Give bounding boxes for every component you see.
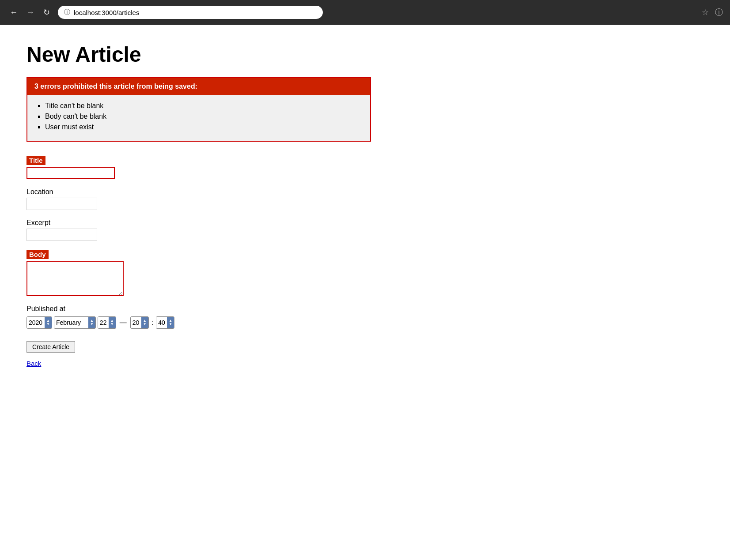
back-button[interactable]: ← <box>7 6 20 19</box>
colon-separator: : <box>151 319 154 327</box>
excerpt-input[interactable] <box>26 229 97 241</box>
year-select[interactable]: 2020 2021 2019 <box>27 317 45 328</box>
error-box: 3 errors prohibited this article from be… <box>26 77 371 142</box>
hour-down-arrow[interactable]: ▼ <box>143 323 147 326</box>
page-title: New Article <box>26 42 371 67</box>
hour-spinner[interactable]: 20 ▲ ▼ <box>130 316 149 329</box>
nav-buttons: ← → ↻ <box>7 6 53 19</box>
minute-spinner[interactable]: 40 ▲ ▼ <box>156 316 174 329</box>
published-at-label: Published at <box>26 305 371 313</box>
info-icon: ⓘ <box>64 8 70 16</box>
star-icon[interactable]: ☆ <box>702 8 709 17</box>
title-label: Title <box>26 156 45 165</box>
submit-group: Create Article <box>26 338 371 360</box>
month-spinner[interactable]: January February March April May June Ju… <box>54 316 96 329</box>
error-item-1: Title can't be blank <box>45 102 363 110</box>
year-down-arrow[interactable]: ▼ <box>46 323 50 326</box>
error-item-3: User must exist <box>45 123 363 131</box>
error-item-2: Body can't be blank <box>45 113 363 120</box>
url-input[interactable] <box>74 9 317 16</box>
menu-icon[interactable]: ⓘ <box>715 7 723 18</box>
year-arrows[interactable]: ▲ ▼ <box>45 317 52 328</box>
day-spinner[interactable]: 22 ▲ ▼ <box>98 316 116 329</box>
hour-arrows[interactable]: ▲ ▼ <box>141 317 148 328</box>
page-content: New Article 3 errors prohibited this art… <box>0 25 397 385</box>
body-label: Body <box>26 250 49 259</box>
location-group: Location <box>26 188 371 210</box>
location-label: Location <box>26 188 371 196</box>
year-spinner[interactable]: 2020 2021 2019 ▲ ▼ <box>26 316 52 329</box>
error-list: Title can't be blank Body can't be blank… <box>27 95 370 141</box>
month-down-arrow[interactable]: ▼ <box>90 323 94 326</box>
excerpt-group: Excerpt <box>26 219 371 241</box>
published-at-group: Published at 2020 2021 2019 ▲ ▼ <box>26 305 371 329</box>
forward-button[interactable]: → <box>24 6 37 19</box>
reload-button[interactable]: ↻ <box>41 6 53 19</box>
browser-chrome: ← → ↻ ⓘ ☆ ⓘ <box>0 0 730 25</box>
title-group: Title <box>26 156 371 179</box>
month-select[interactable]: January February March April May June Ju… <box>54 317 88 328</box>
create-article-button[interactable]: Create Article <box>26 341 75 353</box>
article-form: Title Location Excerpt Body Published at <box>26 156 371 368</box>
browser-actions: ☆ ⓘ <box>702 7 723 18</box>
date-time-row: 2020 2021 2019 ▲ ▼ January February Marc… <box>26 316 371 329</box>
back-link[interactable]: Back <box>26 360 41 367</box>
month-arrows[interactable]: ▲ ▼ <box>88 317 95 328</box>
title-input[interactable] <box>26 167 115 179</box>
day-arrows[interactable]: ▲ ▼ <box>109 317 116 328</box>
back-group: Back <box>26 360 371 368</box>
body-textarea[interactable] <box>26 261 124 296</box>
minute-down-arrow[interactable]: ▼ <box>169 323 172 326</box>
minute-arrows[interactable]: ▲ ▼ <box>167 317 174 328</box>
minute-select[interactable]: 40 <box>156 317 167 328</box>
hour-select[interactable]: 20 <box>131 317 141 328</box>
day-select[interactable]: 22 <box>98 317 109 328</box>
error-header: 3 errors prohibited this article from be… <box>27 78 370 95</box>
dash-separator: — <box>118 319 129 327</box>
day-down-arrow[interactable]: ▼ <box>110 323 114 326</box>
excerpt-label: Excerpt <box>26 219 371 227</box>
address-bar: ⓘ <box>58 6 323 19</box>
body-group: Body <box>26 250 371 296</box>
location-input[interactable] <box>26 198 97 210</box>
